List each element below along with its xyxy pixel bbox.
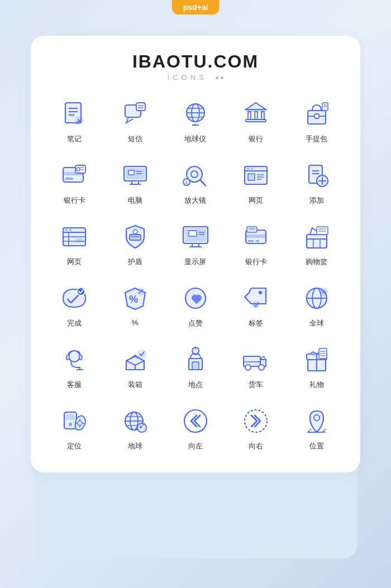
icon-note: 笔记: [44, 92, 104, 147]
earth-label: 地球: [128, 441, 142, 451]
svg-point-130: [69, 423, 72, 426]
icon-bank: 银行: [226, 92, 286, 147]
icon-shield: 护盾: [104, 214, 165, 270]
svg-rect-80: [189, 231, 197, 236]
svg-rect-20: [248, 112, 251, 119]
site-title: IBAOTU.COM: [44, 51, 347, 72]
icons-grid: 笔记 短信: [44, 92, 347, 455]
icon-computer: 电脑: [104, 153, 165, 209]
icon-position: 位置: [287, 399, 347, 455]
globe-label: 地球仪: [184, 134, 206, 144]
position-icon: [300, 404, 333, 438]
svg-point-70: [69, 229, 71, 231]
icon-add: 添加: [287, 153, 347, 209]
card-header: IBAOTU.COM ICONS: [44, 51, 347, 82]
percent-label: %: [132, 318, 139, 327]
svg-rect-8: [136, 103, 145, 111]
bankcard2-icon: [239, 220, 273, 254]
svg-text:%: %: [322, 289, 326, 295]
svg-rect-42: [128, 170, 134, 175]
icon-gift: 礼物: [287, 337, 347, 393]
done-icon: [58, 281, 91, 315]
svg-rect-23: [246, 119, 266, 122]
left-icon: [179, 404, 212, 438]
svg-rect-109: [79, 355, 82, 360]
sms-icon: [118, 97, 152, 131]
bankcard-icon: [58, 159, 91, 192]
svg-rect-21: [255, 112, 258, 119]
computer-label: 电脑: [128, 195, 142, 205]
add-label: 添加: [309, 195, 324, 205]
truck-icon: [239, 343, 273, 376]
place-icon: [179, 343, 212, 376]
svg-point-141: [137, 423, 146, 432]
icon-left: 向左: [165, 399, 226, 455]
format-badge: psd+ai: [172, 0, 220, 15]
svg-rect-93: [317, 227, 328, 235]
service-label: 客服: [67, 380, 82, 390]
icon-globe: 地球仪: [165, 92, 226, 147]
icon-handbag: 手提包: [287, 92, 347, 147]
icon-earth: 地球: [104, 399, 165, 455]
main-card: IBAOTU.COM ICONS 笔记: [31, 36, 360, 472]
basket-icon: [300, 220, 333, 254]
globe-icon: [179, 97, 212, 131]
icon-like: 点赞: [165, 276, 226, 332]
icon-locate: 定位: [44, 399, 104, 455]
site-subtitle: ICONS: [44, 73, 347, 82]
tag-label: 标签: [249, 318, 263, 328]
gift-label: 礼物: [309, 380, 324, 390]
icon-monitor: 显示屏: [165, 214, 226, 270]
icon-global: % 全球: [287, 276, 347, 332]
svg-point-107: [69, 351, 80, 362]
svg-point-146: [314, 415, 320, 420]
left-label: 向左: [188, 441, 203, 451]
icon-bankcard2: 银行卡: [226, 214, 286, 270]
svg-rect-129: [66, 414, 75, 420]
tag-icon: [239, 281, 273, 315]
svg-rect-26: [314, 114, 319, 118]
svg-text:+: +: [185, 180, 188, 185]
done-label: 完成: [67, 318, 82, 328]
pack-icon: [118, 343, 152, 376]
svg-rect-71: [77, 238, 82, 242]
global-label: 全球: [309, 318, 324, 328]
right-icon: [239, 404, 273, 438]
monitor-label: 显示屏: [184, 257, 206, 267]
svg-rect-72: [130, 235, 141, 240]
svg-rect-22: [261, 112, 264, 119]
svg-rect-86: [256, 240, 259, 242]
svg-rect-108: [66, 355, 69, 360]
note-icon: [58, 97, 91, 131]
like-label: 点赞: [188, 318, 203, 328]
svg-point-101: [252, 302, 259, 308]
icon-place: 地点: [165, 337, 226, 393]
like-icon: [179, 281, 212, 315]
icon-sms: 短信: [104, 92, 165, 147]
bank-label: 银行: [249, 134, 263, 144]
svg-rect-85: [248, 240, 254, 242]
svg-rect-89: [307, 235, 327, 248]
gift-icon: [300, 343, 333, 376]
handbag-icon: [300, 97, 333, 131]
svg-point-119: [259, 365, 264, 370]
icon-magnifier: + 放大镜: [165, 153, 226, 209]
pack-label: 装箱: [128, 380, 142, 390]
svg-point-118: [245, 365, 251, 370]
icon-pack: 装箱: [104, 337, 165, 393]
magnifier-icon: +: [179, 159, 212, 192]
icon-done: 完成: [44, 276, 104, 332]
svg-point-112: [137, 350, 146, 358]
shield-icon: [118, 220, 152, 254]
bank-icon: [239, 97, 273, 131]
percent-icon: %: [118, 281, 152, 315]
svg-point-142: [140, 426, 142, 428]
handbag-label: 手提包: [306, 134, 327, 144]
monitor-icon: [179, 220, 212, 254]
magnifier-label: 放大镜: [184, 195, 206, 205]
icon-basket: 购物篮: [287, 214, 347, 270]
sms-label: 短信: [128, 134, 142, 144]
svg-point-145: [245, 410, 267, 432]
icon-right: 向右: [226, 399, 286, 455]
icon-bankcard: 银行卡: [44, 153, 104, 209]
